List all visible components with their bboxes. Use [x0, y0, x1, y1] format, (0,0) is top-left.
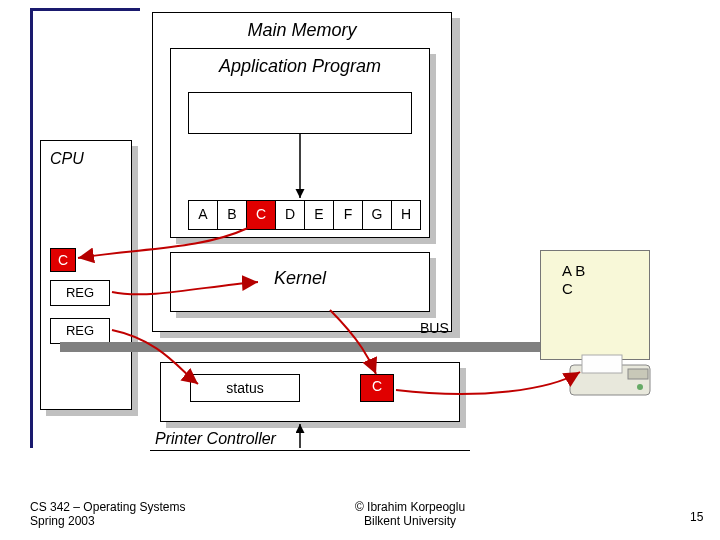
bus-bar — [60, 342, 580, 352]
controller-title: Printer Controller — [155, 430, 276, 448]
footer-left-2: Spring 2003 — [30, 514, 95, 528]
status-box: status — [190, 374, 300, 402]
buffer-cell: A — [189, 201, 218, 229]
buffer-cell: E — [305, 201, 334, 229]
footer-center-2: Bilkent University — [330, 514, 490, 528]
memory-title: Main Memory — [152, 20, 452, 41]
controller-underline — [150, 450, 470, 451]
buffer-cell: H — [392, 201, 420, 229]
footer-center-1: © Ibrahim Korpeoglu — [330, 500, 490, 514]
buffer-cell: C — [247, 201, 276, 229]
printer-buffer-row2: C — [562, 280, 573, 297]
buffer-row: ABCDEFGH — [188, 200, 421, 230]
cpu-reg-2: REG — [50, 318, 110, 344]
buffer-cell: D — [276, 201, 305, 229]
kernel-label: Kernel — [170, 268, 430, 289]
bus-label: BUS — [420, 320, 449, 336]
cpu-c-cell: C — [50, 248, 76, 272]
cpu-reg-1: REG — [50, 280, 110, 306]
footer-page: 15 — [690, 510, 703, 524]
app-label: Application Program — [170, 56, 430, 77]
source-data-box — [188, 92, 412, 134]
buffer-cell: B — [218, 201, 247, 229]
frame-left — [30, 8, 33, 448]
buffer-cell: F — [334, 201, 363, 229]
printer-image — [540, 250, 650, 360]
cpu-box — [40, 140, 132, 410]
svg-rect-3 — [628, 369, 648, 379]
cpu-label: CPU — [50, 150, 84, 168]
svg-rect-1 — [570, 365, 650, 395]
printer-buffer-row1: A B — [562, 262, 585, 279]
controller-data-cell: C — [360, 374, 394, 402]
buffer-cell: G — [363, 201, 392, 229]
svg-point-4 — [637, 384, 643, 390]
footer-left-1: CS 342 – Operating Systems — [30, 500, 185, 514]
frame-top — [30, 8, 140, 11]
